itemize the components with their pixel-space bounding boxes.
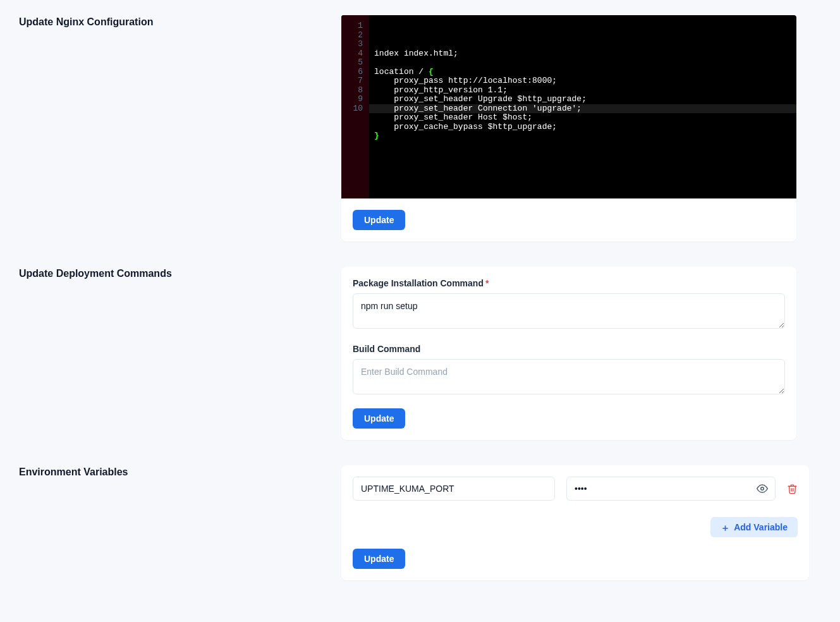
add-variable-button[interactable]: ＋ Add Variable xyxy=(710,517,798,537)
trash-icon[interactable] xyxy=(787,484,798,494)
section-nginx: Update Nginx Configuration 12345678910 i… xyxy=(19,15,821,241)
section-title-env: Environment Variables xyxy=(19,465,341,478)
eye-icon[interactable] xyxy=(757,483,768,494)
update-deploy-button[interactable]: Update xyxy=(353,408,405,429)
install-command-input[interactable] xyxy=(353,293,785,329)
nginx-code-editor[interactable]: 12345678910 index index.html; location /… xyxy=(341,15,796,198)
env-value-input[interactable] xyxy=(566,477,776,501)
update-nginx-button[interactable]: Update xyxy=(353,210,405,230)
code-gutter: 12345678910 xyxy=(341,15,369,198)
env-key-input[interactable] xyxy=(353,477,555,501)
card-nginx: 12345678910 index index.html; location /… xyxy=(341,15,796,241)
section-deploy: Update Deployment Commands Package Insta… xyxy=(19,267,821,440)
card-env: ＋ Add Variable Update xyxy=(341,465,809,580)
install-command-label-text: Package Installation Command xyxy=(353,278,484,288)
build-command-label: Build Command xyxy=(353,344,785,354)
required-asterisk: * xyxy=(485,278,489,288)
section-env: Environment Variables ＋ Add Variable xyxy=(19,465,821,580)
add-variable-label: Add Variable xyxy=(734,522,788,532)
plus-icon: ＋ xyxy=(721,523,730,532)
card-deploy: Package Installation Command* Build Comm… xyxy=(341,267,796,440)
svg-point-0 xyxy=(761,487,764,491)
env-var-row xyxy=(353,477,798,501)
section-title-deploy: Update Deployment Commands xyxy=(19,267,341,279)
install-command-label: Package Installation Command* xyxy=(353,278,785,288)
build-command-input[interactable] xyxy=(353,359,785,394)
code-content[interactable]: index index.html; location / { proxy_pas… xyxy=(369,15,796,198)
section-title-nginx: Update Nginx Configuration xyxy=(19,15,341,28)
update-env-button[interactable]: Update xyxy=(353,549,405,569)
